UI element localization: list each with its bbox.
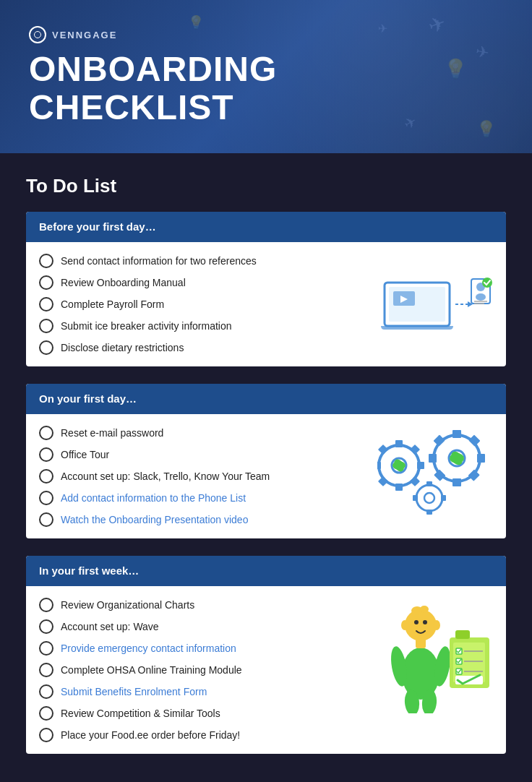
list-item: Complete OHSA Online Training Module (39, 663, 370, 677)
checkbox-icon[interactable] (39, 512, 53, 527)
list-item: Account set up: Wave (39, 619, 370, 634)
svg-rect-17 (377, 462, 381, 469)
checkbox-icon[interactable] (39, 426, 53, 440)
svg-rect-30 (468, 434, 480, 446)
svg-point-48 (420, 606, 429, 613)
checkbox-icon[interactable] (39, 469, 53, 484)
card-header-firstday: On your first day… (26, 384, 506, 414)
svg-rect-56 (455, 630, 470, 639)
card-header-text-firstday: On your first day… (39, 392, 137, 405)
list-item: Account set up: Slack, Trello, Know Your… (39, 469, 370, 484)
svg-point-45 (401, 620, 408, 630)
item-text: Send contact information for two referen… (61, 255, 257, 267)
svg-rect-21 (378, 444, 388, 455)
svg-rect-15 (395, 484, 403, 491)
checkbox-icon[interactable] (39, 728, 53, 742)
card-list-before: Send contact information for two referen… (39, 254, 370, 355)
item-text: Submit ice breaker activity information (61, 320, 232, 332)
page-header: ✈ ✈ ✈ ✈ 💡 💡 💡 VENNGAGE ONBOARDING CHECKL… (0, 0, 532, 153)
svg-point-37 (424, 493, 434, 503)
checkbox-icon[interactable] (39, 619, 53, 634)
svg-rect-41 (413, 495, 418, 501)
svg-point-43 (414, 620, 419, 624)
list-item: Add contact information to the Phone Lis… (39, 491, 370, 505)
checkbox-icon[interactable] (39, 297, 53, 311)
checkbox-icon[interactable] (39, 447, 53, 462)
emergency-contact-link[interactable]: Provide emergency contact information (61, 643, 236, 654)
checkbox-icon[interactable] (39, 684, 53, 699)
card-first-week: In your first week… Review Organizationa… (26, 556, 506, 754)
card-body-firstweek: Review Organizational Charts Account set… (26, 586, 506, 754)
svg-rect-40 (441, 495, 446, 501)
list-item: Complete Payroll Form (39, 297, 370, 311)
item-text: Complete Payroll Form (61, 298, 164, 310)
logo-icon (29, 26, 46, 43)
list-item: Provide emergency contact information (39, 641, 370, 656)
svg-point-8 (476, 293, 486, 301)
card-header-firstweek: In your first week… (26, 556, 506, 586)
list-item: Place your Food.ee order before Friday! (39, 728, 370, 742)
illustration-firstweek (377, 598, 493, 713)
item-text: Review Organizational Charts (61, 599, 194, 611)
checkbox-icon[interactable] (39, 275, 53, 290)
svg-rect-50 (416, 638, 426, 648)
svg-rect-26 (452, 430, 461, 438)
list-item: Review Competition & Similar Tools (39, 706, 370, 721)
svg-rect-18 (410, 444, 420, 455)
section-title: To Do List (26, 175, 506, 197)
checkbox-icon[interactable] (39, 491, 53, 505)
illustration-before (377, 254, 493, 348)
card-before-first-day: Before your first day… Send contact info… (26, 212, 506, 366)
page-title: ONBOARDING CHECKLIST (29, 51, 503, 127)
deco-plane-icon4: ✈ (378, 22, 387, 35)
svg-rect-32 (468, 469, 480, 481)
checkbox-icon[interactable] (39, 254, 53, 268)
logo-text: VENNGAGE (52, 30, 117, 40)
svg-point-35 (450, 453, 464, 463)
phone-list-link[interactable]: Add contact information to the Phone Lis… (61, 492, 246, 504)
svg-rect-31 (434, 469, 445, 481)
checkbox-icon[interactable] (39, 598, 53, 612)
list-item: Office Tour (39, 447, 370, 462)
card-body-firstday: Reset e-mail password Office Tour Accoun… (26, 414, 506, 538)
checkbox-icon[interactable] (39, 641, 53, 656)
illustration-firstday (377, 426, 493, 520)
svg-point-23 (392, 461, 406, 470)
svg-rect-27 (452, 478, 461, 486)
title-line1: ONBOARDING (29, 51, 503, 89)
item-text: Account set up: Wave (61, 621, 159, 632)
item-text: Review Competition & Similar Tools (61, 708, 220, 719)
card-header-text-before: Before your first day… (39, 220, 156, 233)
item-text: Disclose dietary restrictions (61, 342, 184, 353)
checkbox-icon[interactable] (39, 340, 53, 355)
svg-rect-33 (434, 434, 445, 446)
checkbox-icon[interactable] (39, 706, 53, 721)
card-header-before: Before your first day… (26, 212, 506, 242)
list-item: Reset e-mail password (39, 426, 370, 440)
item-text: Complete OHSA Online Training Module (61, 664, 242, 676)
svg-rect-19 (378, 476, 388, 486)
list-item: Watch the Onboarding Presentation video (39, 512, 370, 527)
list-item: Review Organizational Charts (39, 598, 370, 612)
svg-rect-20 (410, 476, 420, 486)
svg-point-46 (433, 620, 440, 630)
onboarding-video-link[interactable]: Watch the Onboarding Presentation video (61, 514, 248, 525)
card-body-before: Send contact information for two referen… (26, 242, 506, 366)
checkbox-icon[interactable] (39, 663, 53, 677)
card-header-text-firstweek: In your first week… (39, 564, 139, 577)
list-item: Disclose dietary restrictions (39, 340, 370, 355)
item-text: Account set up: Slack, Trello, Know Your… (61, 471, 270, 482)
title-line2: CHECKLIST (29, 89, 503, 127)
checkbox-icon[interactable] (39, 319, 53, 333)
svg-point-44 (423, 620, 427, 624)
svg-rect-39 (426, 510, 432, 515)
svg-rect-29 (429, 454, 437, 463)
deco-bulb-icon3: 💡 (188, 14, 204, 30)
list-item: Submit ice breaker activity information (39, 319, 370, 333)
item-text: Place your Food.ee order before Friday! (61, 729, 240, 741)
item-text: Reset e-mail password (61, 427, 163, 439)
svg-rect-16 (417, 462, 424, 469)
benefits-form-link[interactable]: Submit Benefits Enrolment Form (61, 686, 207, 697)
svg-rect-28 (477, 454, 485, 463)
card-list-firstday: Reset e-mail password Office Tour Accoun… (39, 426, 370, 527)
